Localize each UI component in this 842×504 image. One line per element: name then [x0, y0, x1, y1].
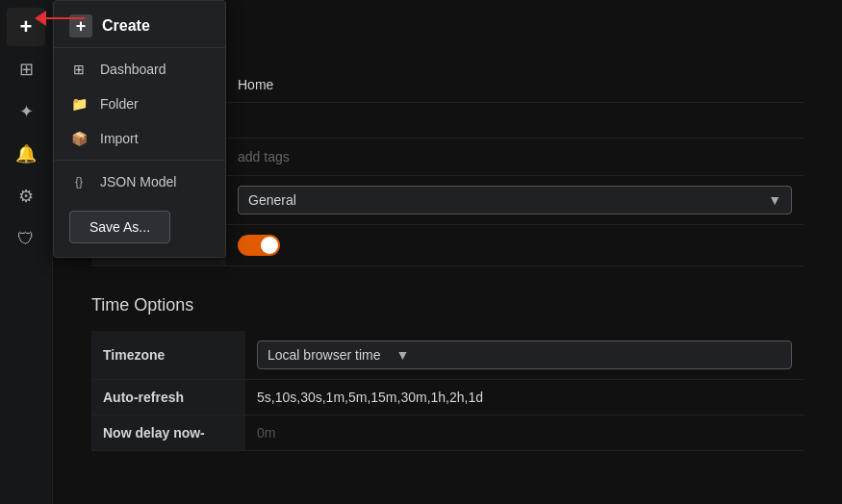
- folder-select-value: General: [248, 192, 296, 208]
- editable-toggle[interactable]: [238, 235, 280, 256]
- folder-chevron-icon: ▼: [768, 192, 781, 208]
- description-value: [226, 103, 804, 139]
- create-menu: + Create ⊞ Dashboard 📁 Folder 📦 Import {…: [53, 0, 226, 258]
- timezone-row: Timezone Local browser time ▼: [91, 331, 804, 380]
- bell-icon: 🔔: [15, 143, 37, 164]
- folder-menu-icon: 📁: [69, 94, 89, 113]
- menu-item-json[interactable]: {} JSON Model: [54, 164, 225, 199]
- timezone-label: Timezone: [91, 331, 245, 380]
- dashboard-menu-icon: ⊞: [69, 60, 89, 79]
- tags-placeholder[interactable]: add tags: [238, 149, 290, 164]
- menu-item-import[interactable]: 📦 Import: [54, 121, 225, 156]
- auto-refresh-value: 5s,10s,30s,1m,5m,15m,30m,1h,2h,1d: [245, 379, 804, 415]
- menu-item-dashboard-label: Dashboard: [100, 62, 166, 77]
- now-delay-label: Now delay now-: [91, 415, 245, 450]
- arrow-indicator: [46, 17, 85, 19]
- timezone-value: Local browser time ▼: [245, 331, 804, 380]
- name-value: [226, 67, 804, 103]
- menu-item-folder[interactable]: 📁 Folder: [54, 87, 225, 121]
- time-options-title: Time Options: [91, 295, 804, 315]
- compass-icon: ✦: [19, 101, 34, 122]
- menu-item-folder-label: Folder: [100, 96, 139, 112]
- toggle-thumb: [261, 237, 278, 254]
- auto-refresh-label: Auto-refresh: [91, 379, 245, 415]
- now-delay-placeholder: 0m: [257, 425, 275, 441]
- gear-icon: ⚙: [18, 186, 34, 207]
- time-options-form: Timezone Local browser time ▼ Auto-refre…: [91, 331, 804, 451]
- alerts-nav[interactable]: 🔔: [7, 135, 45, 173]
- shield-nav[interactable]: 🛡: [7, 219, 45, 258]
- description-input[interactable]: [238, 113, 792, 128]
- menu-item-json-label: JSON Model: [100, 174, 176, 189]
- auto-refresh-row: Auto-refresh 5s,10s,30s,1m,5m,15m,30m,1h…: [91, 379, 804, 415]
- timezone-chevron-icon: ▼: [396, 347, 410, 363]
- timezone-select-value: Local browser time: [268, 347, 381, 363]
- settings-nav[interactable]: ⚙: [7, 177, 45, 215]
- menu-item-dashboard[interactable]: ⊞ Dashboard: [54, 52, 225, 87]
- save-as-button[interactable]: Save As...: [69, 211, 170, 243]
- import-menu-icon: 📦: [69, 129, 89, 148]
- folder-value: General ▼: [226, 175, 804, 224]
- shield-icon: 🛡: [17, 229, 35, 249]
- editable-value: [226, 224, 804, 265]
- create-menu-title: Create: [102, 17, 150, 35]
- explore-nav[interactable]: ✦: [7, 92, 45, 131]
- sidebar: + ⊞ ✦ 🔔 ⚙ 🛡 + Create ⊞ Dashboard 📁 Folde…: [0, 0, 53, 504]
- menu-item-import-label: Import: [100, 131, 139, 146]
- timezone-select[interactable]: Local browser time ▼: [257, 340, 792, 369]
- dashboard-nav[interactable]: ⊞: [7, 50, 45, 88]
- editable-toggle-container: [238, 235, 792, 256]
- now-delay-value: 0m: [245, 415, 804, 450]
- json-menu-icon: {}: [69, 172, 89, 191]
- create-menu-header: + Create: [54, 7, 225, 48]
- menu-separator: [54, 160, 225, 161]
- name-input[interactable]: [238, 77, 792, 92]
- toggle-track: [238, 235, 280, 256]
- add-icon: +: [20, 14, 33, 39]
- dashboard-icon: ⊞: [19, 59, 34, 80]
- tags-value: add tags: [226, 139, 804, 176]
- now-delay-row: Now delay now- 0m: [91, 415, 804, 450]
- folder-select[interactable]: General ▼: [238, 186, 792, 214]
